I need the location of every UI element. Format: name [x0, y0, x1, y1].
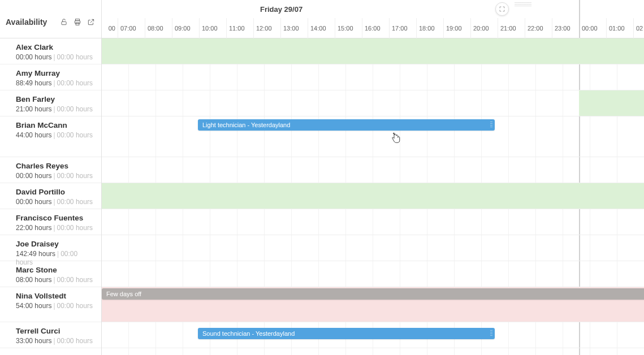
person-hours: 00:00 hours|00:00 hours — [16, 53, 94, 61]
unlock-icon[interactable] — [59, 18, 68, 27]
timeline-header: Friday 29/07 0007:0008:0009:0010:0011:00… — [102, 0, 644, 38]
timeline-row[interactable] — [102, 209, 644, 235]
hour-cell: 01:00 — [606, 18, 633, 38]
person-row[interactable]: Marc Stone08:00 hours|00:00 hours — [0, 261, 101, 287]
timeline-row[interactable] — [102, 261, 644, 287]
person-hours: 44:00 hours|00:00 hours — [16, 131, 94, 139]
person-hours: 22:00 hours|00:00 hours — [16, 224, 94, 232]
person-name: Charles Reyes — [16, 162, 94, 171]
hour-cell: 16:00 — [362, 18, 389, 38]
event-resize-grip[interactable] — [490, 122, 492, 128]
timeline-hours-row: 0007:0008:0009:0010:0011:0012:0013:0014:… — [102, 18, 644, 38]
person-row[interactable]: Alex Clark00:00 hours|00:00 hours — [0, 38, 101, 64]
person-row[interactable]: Ben Farley21:00 hours|00:00 hours — [0, 90, 101, 116]
hour-cell: 14:00 — [308, 18, 335, 38]
hour-cell: 11:00 — [226, 18, 253, 38]
fullscreen-button[interactable] — [495, 2, 509, 16]
person-row[interactable]: Brian McCann44:00 hours|00:00 hours — [0, 116, 101, 157]
hour-cell: 22:00 — [525, 18, 552, 38]
timeline-row[interactable] — [102, 90, 644, 116]
person-name: Terrell Curci — [16, 327, 94, 336]
person-hours: 21:00 hours|00:00 hours — [16, 105, 94, 113]
timeline-row[interactable]: Light technician - Yesterdayland — [102, 116, 644, 157]
person-name: Amy Murray — [16, 69, 94, 78]
person-row[interactable]: Nina Vollstedt54:00 hours|00:00 hours — [0, 287, 101, 322]
timeline-row[interactable] — [102, 64, 644, 90]
hour-cell: 02 — [633, 18, 644, 38]
timeline-row[interactable]: Few days off — [102, 287, 644, 322]
person-hours: 08:00 hours|00:00 hours — [16, 276, 94, 284]
hour-cell: 21:00 — [498, 18, 525, 38]
left-column: Availability Alex Clark00:00 hours|00:00… — [0, 0, 102, 355]
people-list: Alex Clark00:00 hours|00:00 hoursAmy Mur… — [0, 38, 101, 348]
hour-cell: 07:00 — [118, 18, 145, 38]
timeline-row[interactable] — [102, 157, 644, 183]
person-row[interactable]: Joe Draisey142:49 hours|00:00 hours — [0, 235, 101, 261]
hour-cell: 08:00 — [145, 18, 172, 38]
timeline-row[interactable] — [102, 235, 644, 261]
schedule-event[interactable]: Light technician - Yesterdayland — [198, 119, 495, 131]
schedule-event[interactable]: Few days off — [102, 288, 644, 300]
left-actions — [59, 18, 96, 27]
hour-cell: 10:00 — [199, 18, 226, 38]
availability-shade — [579, 90, 644, 116]
hour-cell: 15:00 — [335, 18, 362, 38]
person-name: Francisco Fuentes — [16, 214, 94, 223]
hour-cell: 18:00 — [416, 18, 443, 38]
person-name: Joe Draisey — [16, 240, 94, 249]
person-row[interactable]: Terrell Curci33:00 hours|00:00 hours — [0, 322, 101, 348]
left-header: Availability — [0, 0, 101, 38]
hour-cell: 20:00 — [470, 18, 498, 38]
person-name: David Portillo — [16, 188, 94, 197]
person-hours: 33:00 hours|00:00 hours — [16, 337, 94, 345]
hour-cell: 00 — [102, 18, 118, 38]
hour-cell: 13:00 — [280, 18, 308, 38]
person-row[interactable]: Amy Murray88:49 hours|00:00 hours — [0, 64, 101, 90]
hour-cell: 00:00 — [579, 18, 606, 38]
person-hours: 00:00 hours|00:00 hours — [16, 198, 94, 206]
print-icon[interactable] — [73, 18, 82, 27]
person-hours: 88:49 hours|00:00 hours — [16, 79, 94, 87]
availability-title: Availability — [6, 18, 47, 27]
availability-shade — [102, 38, 644, 64]
person-name: Alex Clark — [16, 43, 94, 52]
timeline: Friday 29/07 0007:0008:0009:0010:0011:00… — [102, 0, 644, 355]
column-drag-handle[interactable] — [515, 2, 531, 7]
timeline-row[interactable]: Sound technician - Yesterdayland — [102, 322, 644, 348]
person-row[interactable]: Charles Reyes00:00 hours|00:00 hours — [0, 157, 101, 183]
person-name: Marc Stone — [16, 266, 94, 275]
svg-rect-0 — [62, 21, 66, 24]
person-name: Nina Vollstedt — [16, 292, 94, 301]
availability-shade — [102, 183, 644, 209]
person-hours: 54:00 hours|00:00 hours — [16, 302, 94, 310]
person-row[interactable]: Francisco Fuentes22:00 hours|00:00 hours — [0, 209, 101, 235]
open-external-icon[interactable] — [87, 18, 96, 27]
hour-cell: 23:00 — [552, 18, 579, 38]
timeline-row[interactable] — [102, 38, 644, 64]
person-hours: 00:00 hours|00:00 hours — [16, 172, 94, 180]
person-name: Brian McCann — [16, 121, 94, 130]
event-resize-grip[interactable] — [490, 330, 492, 337]
hour-cell: 17:00 — [389, 18, 416, 38]
timeline-body[interactable]: Light technician - YesterdaylandFew days… — [102, 38, 644, 355]
hour-cell: 19:00 — [443, 18, 470, 38]
person-name: Ben Farley — [16, 95, 94, 104]
timeline-date: Friday 29/07 — [102, 0, 644, 18]
hour-cell: 09:00 — [172, 18, 199, 38]
svg-rect-3 — [76, 23, 79, 25]
person-row[interactable]: David Portillo00:00 hours|00:00 hours — [0, 183, 101, 209]
timeline-row[interactable] — [102, 183, 644, 209]
schedule-event[interactable]: Sound technician - Yesterdayland — [198, 328, 495, 339]
hour-cell: 12:00 — [253, 18, 280, 38]
